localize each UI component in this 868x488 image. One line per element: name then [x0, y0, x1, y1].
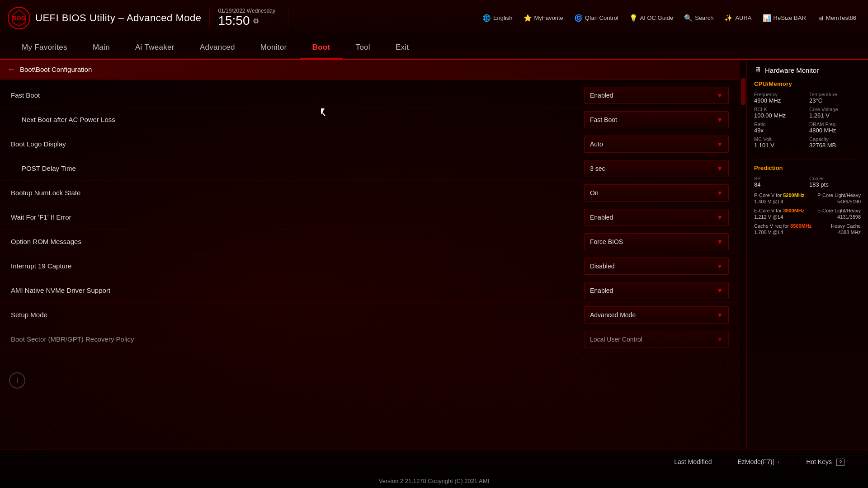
chevron-down-icon: ▼ [717, 311, 723, 319]
chevron-down-icon: ▼ [717, 238, 723, 245]
tab-exit[interactable]: Exit [383, 36, 422, 60]
tab-boot[interactable]: Boot [300, 36, 343, 60]
pred-pcore-v-detail: 1.403 V @L4 5486/5190 [754, 199, 861, 204]
right-panel: 🖥 Hardware Monitor CPU/Memory Frequency … [746, 60, 868, 449]
hw-item-freq: Frequency 4900 MHz [754, 92, 806, 104]
setting-nvme-driver-control[interactable]: Enabled ▼ [584, 282, 729, 299]
interrupt19-dropdown[interactable]: Disabled ▼ [584, 258, 729, 275]
footer: Last Modified EzMode(F7)|→ Hot Keys ? Ve… [0, 449, 868, 488]
tool-resize[interactable]: 📊 ReSize BAR [758, 11, 811, 25]
setting-fast-boot-control[interactable]: Enabled ▼ [584, 87, 729, 104]
wait-f1-dropdown[interactable]: Enabled ▼ [584, 209, 729, 226]
breadcrumb-text: Boot\Boot Configuration [20, 66, 92, 73]
tool-search[interactable]: 🔍 Search [679, 11, 718, 25]
boot-sector-dropdown[interactable]: Local User Control ▼ [584, 331, 729, 348]
svg-text:ROG: ROG [12, 15, 26, 22]
setting-next-boot-ac: Next Boot after AC Power Loss Fast Boot … [0, 108, 740, 132]
tool-english[interactable]: 🌐 English [478, 11, 517, 25]
setting-nvme-driver: AMI Native NVMe Driver Support Enabled ▼ [0, 278, 740, 303]
setting-option-rom-label: Option ROM Messages [11, 238, 584, 245]
pred-sp: SP 84 [754, 176, 806, 188]
chevron-down-icon: ▼ [717, 116, 723, 123]
fan-icon: 🌀 [574, 14, 583, 22]
ai-icon: 💡 [629, 14, 638, 22]
last-modified-button[interactable]: Last Modified [661, 455, 725, 469]
datetime-area: 01/19/2022 Wednesday 15:50 ⚙ [218, 8, 275, 28]
setting-boot-logo-label: Boot Logo Display [11, 140, 584, 148]
hw-item-bclk: BCLK 100.00 MHz [754, 107, 806, 119]
tab-favorites[interactable]: My Favorites [9, 36, 80, 60]
cpu-memory-title: CPU/Memory [754, 80, 861, 87]
setting-boot-sector: Boot Sector (MBR/GPT) Recovery Policy Lo… [0, 327, 740, 352]
fast-boot-dropdown[interactable]: Enabled ▼ [584, 87, 729, 104]
setting-next-boot-ac-label: Next Boot after AC Power Loss [22, 116, 584, 123]
tab-main[interactable]: Main [80, 36, 123, 60]
pred-ecore-v: E-Core V for 3900MHz E-Core Light/Heavy [754, 208, 861, 213]
setting-interrupt19-control[interactable]: Disabled ▼ [584, 258, 729, 275]
tab-tool[interactable]: Tool [343, 36, 382, 60]
setting-setup-mode-control[interactable]: Advanced Mode ▼ [584, 306, 729, 324]
tab-advanced[interactable]: Advanced [187, 36, 248, 60]
memtest-icon: 🖥 [817, 14, 824, 22]
setting-option-rom: Option ROM Messages Force BIOS ▼ [0, 230, 740, 254]
datetime-time: 15:50 ⚙ [218, 14, 259, 28]
setting-post-delay-control[interactable]: 3 sec ▼ [584, 160, 729, 177]
setting-interrupt19: Interrupt 19 Capture Disabled ▼ [0, 254, 740, 278]
setting-boot-sector-label: Boot Sector (MBR/GPT) Recovery Policy [11, 335, 584, 343]
setting-boot-logo: Boot Logo Display Auto ▼ [0, 132, 740, 156]
tool-myfavorite-label: MyFavorite [534, 14, 563, 21]
hw-item-mcvolt: MC Volt. 1.101 V [754, 136, 806, 149]
ezmode-button[interactable]: EzMode(F7)|→ [725, 455, 794, 469]
setting-next-boot-ac-control[interactable]: Fast Boot ▼ [584, 111, 729, 128]
setting-option-rom-control[interactable]: Force BIOS ▼ [584, 233, 729, 250]
search-icon: 🔍 [684, 14, 693, 22]
setting-nvme-driver-label: AMI Native NVMe Driver Support [11, 286, 584, 294]
rog-logo-icon: ROG [7, 6, 31, 30]
hw-monitor-label: Hardware Monitor [765, 66, 819, 74]
pred-pcore-v: P-Core V for 5200MHz P-Core Light/Heavy [754, 192, 861, 198]
boot-logo-dropdown[interactable]: Auto ▼ [584, 136, 729, 153]
setting-boot-logo-control[interactable]: Auto ▼ [584, 136, 729, 153]
setting-wait-f1-control[interactable]: Enabled ▼ [584, 209, 729, 226]
numlock-dropdown[interactable]: On ▼ [584, 184, 729, 202]
tab-aitweaker[interactable]: Ai Tweaker [123, 36, 187, 60]
chevron-down-icon: ▼ [717, 263, 723, 270]
logo-area: ROG UEFI BIOS Utility – Advanced Mode [7, 6, 201, 30]
setting-boot-sector-control[interactable]: Local User Control ▼ [584, 331, 729, 348]
nvme-driver-dropdown[interactable]: Enabled ▼ [584, 282, 729, 299]
tool-aioc[interactable]: 💡 AI OC Guide [625, 11, 678, 25]
chevron-down-icon: ▼ [717, 141, 723, 148]
chevron-down-icon: ▼ [717, 92, 723, 99]
pred-cache-v: Cache V req for 8500MHz Heavy Cache [754, 223, 861, 229]
footer-buttons: Last Modified EzMode(F7)|→ Hot Keys ? [0, 450, 868, 474]
settings-icon[interactable]: ⚙ [253, 17, 259, 25]
setting-wait-f1-label: Wait For 'F1' If Error [11, 213, 584, 221]
tool-myfavorite[interactable]: ⭐ MyFavorite [519, 11, 568, 25]
hw-item-capacity: Capacity 32768 MB [809, 136, 861, 149]
aura-icon: ✨ [724, 14, 733, 22]
tool-aura[interactable]: ✨ AURA [720, 11, 756, 25]
setting-numlock-control[interactable]: On ▼ [584, 184, 729, 202]
datetime-date: 01/19/2022 Wednesday [218, 8, 275, 14]
setup-mode-dropdown[interactable]: Advanced Mode ▼ [584, 306, 729, 324]
hw-item-ratio: Ratio 49x [754, 122, 806, 134]
back-arrow-icon[interactable]: ← [7, 65, 15, 74]
tool-qfan[interactable]: 🌀 Qfan Control [570, 11, 623, 25]
chevron-down-icon: ▼ [717, 214, 723, 221]
topbar-tools: 🌐 English ⭐ MyFavorite 🌀 Qfan Control 💡 … [478, 11, 861, 25]
scrollbar-track[interactable] [740, 60, 746, 449]
tab-monitor[interactable]: Monitor [248, 36, 300, 60]
scrollbar-thumb[interactable] [741, 78, 745, 105]
hotkeys-button[interactable]: Hot Keys ? [793, 455, 857, 469]
setting-numlock-label: Bootup NumLock State [11, 189, 584, 197]
setting-setup-mode: Setup Mode Advanced Mode ▼ [0, 303, 740, 327]
next-boot-ac-dropdown[interactable]: Fast Boot ▼ [584, 111, 729, 128]
post-delay-dropdown[interactable]: 3 sec ▼ [584, 160, 729, 177]
setting-numlock: Bootup NumLock State On ▼ [0, 181, 740, 205]
hotkeys-icon: ? [836, 459, 844, 466]
tool-memtest[interactable]: 🖥 MemTest86 [812, 11, 861, 24]
option-rom-dropdown[interactable]: Force BIOS ▼ [584, 233, 729, 250]
tool-english-label: English [493, 14, 513, 21]
monitor-icon: 🖥 [754, 66, 761, 74]
settings-list: Fast Boot Enabled ▼ Next Boot after AC P… [0, 80, 740, 449]
